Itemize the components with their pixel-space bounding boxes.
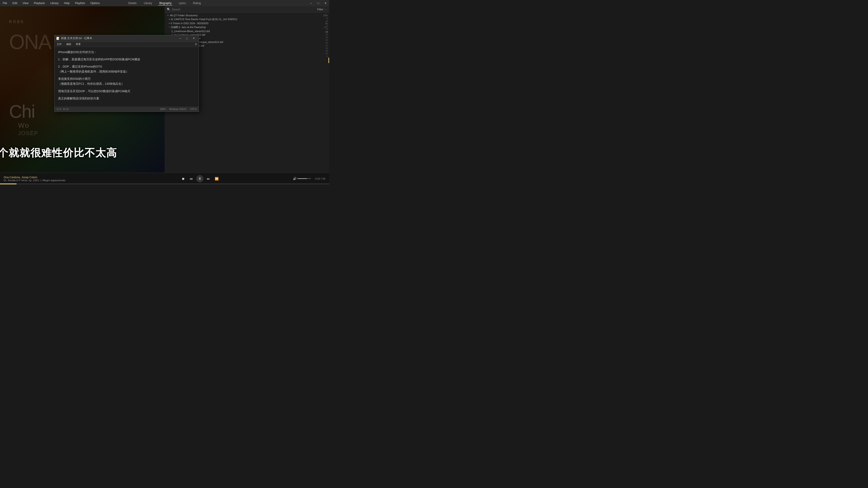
player-track: 01. Sonata in F minor, op. 120/1: I. All…	[4, 179, 71, 182]
count-item: 13	[325, 33, 329, 36]
menu-edit[interactable]: Edit	[11, 1, 18, 5]
count-item: 10	[325, 36, 329, 38]
count-item: 13	[325, 23, 329, 25]
notepad-line-6: 真正的硬解我还没找到好的方案	[58, 96, 195, 101]
nav-tabs: Details Library Biography Lyrics Rating	[127, 0, 202, 6]
notepad-minimize-button[interactable]: ─	[177, 36, 183, 41]
notepad-menu-file[interactable]: 文件	[56, 42, 63, 46]
count-item: 10	[325, 47, 329, 49]
notepad-line-5: 用海贝音乐开启DOP，可以把DSD数据封装成PCM格式	[58, 89, 195, 94]
notepad-window-controls: ─ □ ✕	[177, 36, 197, 41]
album-artist-overlay: Chi	[9, 101, 35, 122]
menu-file[interactable]: File	[2, 1, 8, 5]
menu-playback[interactable]: Playback	[33, 1, 46, 5]
minimize-button[interactable]: ─	[307, 0, 315, 6]
library-folder-dsd[interactable]: + 5 Tracks in DSD 1024 - NDSD020 5	[164, 22, 329, 25]
library-file-1[interactable]: 1_Limehouse-Blues_stereo512.dsf	[164, 29, 329, 33]
close-button[interactable]: ✕	[322, 0, 329, 6]
library-folder-cantus[interactable]: + 2L CANTUS Tove Ramlo-Ystad Fryd (欢乐) 2…	[164, 17, 329, 22]
count-item: 13	[325, 20, 329, 22]
notepad-line-1: iPhone播放DSD文件的方法：	[58, 50, 195, 55]
expand-arrow: ▼	[167, 14, 169, 17]
library-root-label: All (27 Folder Structures)	[170, 14, 197, 17]
progress-bar-fill	[0, 184, 17, 184]
tab-lyrics[interactable]: Lyrics	[178, 1, 187, 5]
progress-bar[interactable]	[0, 184, 329, 184]
menu-help[interactable]: Help	[63, 1, 70, 5]
window-controls: ─ □ ✕	[307, 0, 329, 6]
play-pause-button[interactable]: ⏸	[196, 175, 204, 182]
menu-bar: File Edit View Playback Library Help Pla…	[0, 0, 329, 6]
library-folder-label: + 2L CANTUS Tove Ramlo-Ystad Fryd (欢乐) 2…	[168, 18, 237, 21]
notepad-menu-edit[interactable]: 编辑	[65, 42, 72, 46]
forward-button[interactable]: ⏩	[213, 175, 220, 182]
count-item: 8	[325, 28, 329, 30]
volume-control: 🔊	[293, 177, 311, 180]
count-item: 14	[325, 41, 329, 44]
search-icon: 🔍	[167, 8, 170, 11]
volume-fill	[298, 178, 307, 179]
menu-view[interactable]: View	[22, 1, 29, 5]
volume-icon: 🔊	[293, 177, 297, 180]
count-item-active: 13	[325, 31, 329, 33]
notepad-title: 新建 文本文档.txt - 记事本	[61, 36, 177, 40]
tab-details[interactable]: Details	[127, 1, 138, 5]
volume-slider[interactable]	[298, 178, 311, 179]
library-folder-jazz[interactable]: − 当铺爵士 Jazz at the Pawnshop 12	[164, 25, 329, 29]
notepad-zoom: 100%	[160, 108, 166, 110]
notepad-window: 📝 新建 文本文档.txt - 记事本 ─ □ ✕ 文件 编辑 查看 ⚙ iPh…	[54, 35, 199, 112]
album-series-overlay: ROBE	[9, 20, 25, 24]
player-artist: Ona Cardona, Josep Colom	[4, 176, 71, 179]
count-item: 13	[325, 14, 329, 17]
maximize-button[interactable]: □	[315, 0, 322, 6]
menu-options[interactable]: Options	[90, 1, 101, 5]
notepad-content[interactable]: iPhone播放DSD文件的方法： 1．软解，直接通过海贝音乐这样的APP把DS…	[55, 47, 199, 107]
notepad-menubar: 文件 编辑 查看 ⚙	[55, 41, 199, 47]
library-folder-label: + 5 Tracks in DSD 1024 - NDSD020	[168, 22, 209, 25]
menu-library[interactable]: Library	[50, 1, 60, 5]
time-current: 0:26	[315, 177, 320, 180]
next-button[interactable]: ⏭	[205, 175, 212, 182]
player-controls: ⏹ ⏮ ⏸ ⏭ ⏩	[74, 175, 326, 182]
time-total: 7:56	[321, 177, 326, 180]
menu-playlists[interactable]: Playlists	[74, 1, 86, 5]
notepad-close-button[interactable]: ✕	[191, 36, 197, 41]
tab-library[interactable]: Library	[143, 1, 153, 5]
notepad-cursor-position: 行 5，列 16	[57, 108, 68, 111]
notepad-line-ending: Windows (CRLF)	[169, 108, 186, 110]
filter-icon: ⋯	[324, 8, 327, 11]
library-folder-label: − 当铺爵士 Jazz at the Pawnshop	[168, 26, 206, 29]
notepad-statusbar: 行 5，列 16 100% Windows (CRLF) UTF-8	[55, 107, 199, 111]
notepad-settings-icon[interactable]: ⚙	[195, 42, 197, 46]
count-item: 6	[325, 17, 329, 20]
count-item: 1	[325, 55, 329, 57]
prev-button[interactable]: ⏮	[188, 175, 194, 182]
search-bar: 🔍 Filter ⋯	[164, 6, 329, 13]
notepad-status-right: 100% Windows (CRLF) UTF-8	[160, 108, 196, 110]
count-item: 7	[325, 25, 329, 28]
track-counts-sidebar: 13 6 13 13 7 8 13 13 10 10 14 11 10 10 1…	[324, 13, 329, 171]
notepad-line-3: 2．DOP，通过支持iPhone的OTG（网上一般推荐的是相机套件，我用的30块…	[58, 64, 195, 74]
tab-rating[interactable]: Rating	[192, 1, 202, 5]
player-bar: Ona Cardona, Josep Colom 01. Sonata in F…	[0, 173, 329, 184]
album-subtitle-overlay: Wo JOSÉP	[18, 122, 38, 136]
count-item: 10	[325, 50, 329, 52]
library-all-root[interactable]: ▼ All (27 Folder Structures) 292	[164, 13, 329, 17]
notepad-encoding: UTF-8	[190, 108, 196, 110]
library-file-label: 1_Limehouse-Blues_stereo512.dsf	[171, 30, 210, 33]
notepad-titlebar: 📝 新建 文本文档.txt - 记事本 ─ □ ✕	[55, 35, 199, 41]
player-time: 0:26 7:56	[315, 177, 326, 180]
notepad-app-icon: 📝	[56, 37, 60, 40]
notepad-maximize-button[interactable]: □	[184, 36, 190, 41]
active-track-indicator	[329, 58, 329, 63]
count-item: 11	[325, 44, 329, 46]
filter-button[interactable]: Filter	[317, 8, 323, 11]
count-item: 10	[325, 39, 329, 41]
notepad-line-4: 来连接支持DSD的小尾巴（视频里是海贝FC1，性价比很高，130块钱左右）	[58, 76, 195, 86]
notepad-line-2: 1．软解，直接通过海贝音乐这样的APP把DSD转换成PCM播放	[58, 57, 195, 62]
search-input[interactable]	[172, 8, 315, 11]
tab-biography[interactable]: Biography	[158, 1, 173, 5]
notepad-menu-view[interactable]: 查看	[75, 42, 82, 46]
stop-button[interactable]: ⏹	[180, 175, 186, 182]
count-item: 10	[325, 53, 329, 55]
